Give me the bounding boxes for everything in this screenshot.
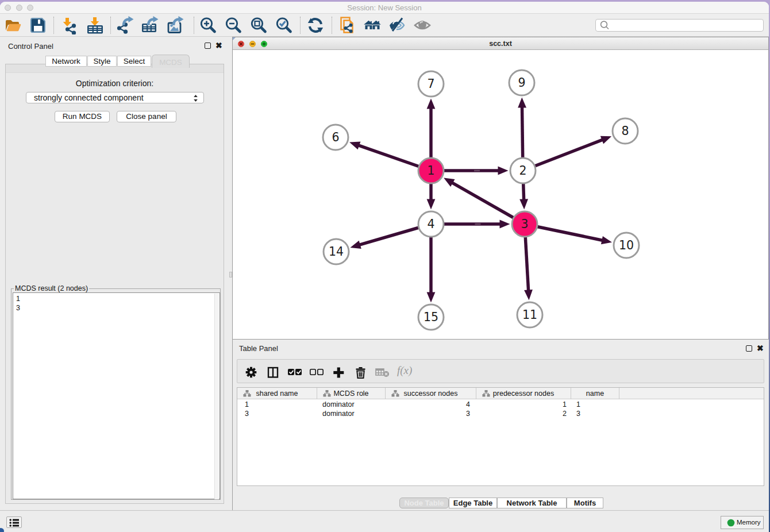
svg-text:11: 11 (522, 308, 537, 322)
svg-text:6: 6 (332, 130, 339, 144)
svg-text:1: 1 (427, 164, 434, 178)
svg-text:4: 4 (427, 217, 434, 231)
svg-text:7: 7 (427, 77, 434, 91)
svg-text:15: 15 (424, 310, 438, 324)
svg-text:8: 8 (621, 124, 629, 138)
svg-text:9: 9 (518, 76, 525, 90)
svg-text:14: 14 (329, 245, 344, 259)
svg-text:3: 3 (521, 217, 528, 231)
svg-text:2: 2 (519, 164, 526, 178)
svg-text:10: 10 (619, 238, 634, 252)
